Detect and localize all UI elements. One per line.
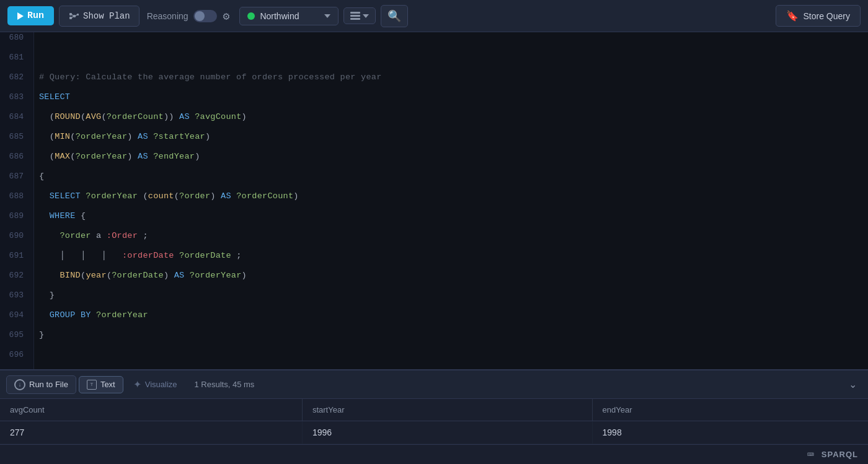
code-editor[interactable]: 680 681 682# Query: Calculate the averag… xyxy=(0,32,868,369)
table-cell: 1996 xyxy=(302,421,592,444)
layer-button[interactable] xyxy=(343,7,376,24)
show-plan-label: Show Plan xyxy=(83,11,130,21)
line-number: 691 xyxy=(0,250,34,270)
code-area: 680 681 682# Query: Calculate the averag… xyxy=(0,32,868,369)
line-number: 695 xyxy=(0,330,34,349)
table-cell: 277 xyxy=(0,421,302,444)
layer-chevron-icon xyxy=(363,14,369,18)
code-line: 695} xyxy=(0,330,868,349)
code-line: 684 (ROUND(AVG(?orderCount)) AS ?avgCoun… xyxy=(0,112,868,131)
line-code: │ │ │ :orderDate ?orderDate ; xyxy=(34,250,868,270)
line-code: WHERE { xyxy=(34,211,868,230)
line-number: 680 xyxy=(0,32,34,52)
line-number: 693 xyxy=(0,290,34,310)
reasoning-section: Reasoning ⚙ xyxy=(147,9,230,23)
code-line: 686 (MAX(?orderYear) AS ?endYear) xyxy=(0,151,868,171)
line-code: SELECT xyxy=(34,92,868,112)
run-button[interactable]: Run xyxy=(7,6,54,25)
line-code: # Query: Calculate the average number of… xyxy=(34,72,868,92)
visualize-label: Visualize xyxy=(145,380,177,389)
toggle-knob xyxy=(195,11,205,21)
database-name: Northwind xyxy=(260,11,319,21)
code-line: 690 ?order a :Order ; xyxy=(0,230,868,250)
run-to-file-label: Run to File xyxy=(29,380,68,389)
line-code: } xyxy=(34,290,868,310)
expand-button[interactable]: ⌄ xyxy=(844,376,862,393)
store-query-button[interactable]: 🔖 Store Query xyxy=(776,5,861,27)
line-code: (MIN(?orderYear) AS ?startYear) xyxy=(34,131,868,151)
code-line: 683SELECT xyxy=(0,92,868,112)
results-panel: ↓ Run to File T Text ✦ Visualize 1 Resul… xyxy=(0,369,868,444)
search-button[interactable]: 🔍 xyxy=(381,5,408,27)
text-label: Text xyxy=(100,380,115,389)
line-code xyxy=(34,349,868,369)
line-code: ?order a :Order ; xyxy=(34,230,868,250)
code-line: 682# Query: Calculate the average number… xyxy=(0,72,868,92)
download-icon: ↓ xyxy=(14,379,25,390)
visualize-button[interactable]: ✦ Visualize xyxy=(126,375,185,393)
code-line: 688 SELECT ?orderYear (count(?order) AS … xyxy=(0,191,868,211)
line-code: BIND(year(?orderDate) AS ?orderYear) xyxy=(34,270,868,290)
reasoning-toggle[interactable] xyxy=(193,10,217,22)
db-status-dot xyxy=(247,12,255,20)
svg-rect-5 xyxy=(77,14,79,15)
table-column-header: endYear xyxy=(592,399,868,421)
results-toolbar: ↓ Run to File T Text ✦ Visualize 1 Resul… xyxy=(0,370,868,399)
code-line: 689 WHERE { xyxy=(0,211,868,230)
svg-line-4 xyxy=(72,16,73,18)
code-line: 692 BIND(year(?orderDate) AS ?orderYear) xyxy=(0,270,868,290)
bookmark-icon: 🔖 xyxy=(786,10,799,22)
line-number: 696 xyxy=(0,349,34,369)
line-code xyxy=(34,32,868,52)
svg-rect-1 xyxy=(69,17,72,19)
svg-line-6 xyxy=(76,14,77,16)
text-icon: T xyxy=(87,380,97,390)
svg-rect-2 xyxy=(73,15,76,17)
line-code: { xyxy=(34,171,868,191)
layer-icon xyxy=(350,12,360,20)
reasoning-label: Reasoning xyxy=(147,11,188,21)
sparql-label: SPARQL xyxy=(822,450,858,459)
table-cell: 1998 xyxy=(592,421,868,444)
chevron-down-icon xyxy=(324,14,330,18)
code-line: 680 xyxy=(0,32,868,52)
table-column-header: avgCount xyxy=(0,399,302,421)
search-icon: 🔍 xyxy=(388,10,401,22)
line-number: 688 xyxy=(0,191,34,211)
code-line: 694 GROUP BY ?orderYear xyxy=(0,310,868,330)
code-line: 691 │ │ │ :orderDate ?orderDate ; xyxy=(0,250,868,270)
line-code: (MAX(?orderYear) AS ?endYear) xyxy=(34,151,868,171)
run-triangle-icon xyxy=(17,12,24,20)
line-code: (ROUND(AVG(?orderCount)) AS ?avgCount) xyxy=(34,112,868,131)
toolbar: Run Show Plan Reasoning ⚙ Northwind � xyxy=(0,0,868,32)
code-line: 687{ xyxy=(0,171,868,191)
text-tab-button[interactable]: T Text xyxy=(79,376,123,393)
run-to-file-button[interactable]: ↓ Run to File xyxy=(6,375,76,394)
line-number: 694 xyxy=(0,310,34,330)
results-count: 1 Results, 45 ms xyxy=(195,380,255,389)
line-code: SELECT ?orderYear (count(?order) AS ?ord… xyxy=(34,191,868,211)
results-table: avgCountstartYearendYear 27719961998 xyxy=(0,399,868,444)
line-number: 687 xyxy=(0,171,34,191)
show-plan-button[interactable]: Show Plan xyxy=(59,6,140,27)
table-header-row: avgCountstartYearendYear xyxy=(0,399,868,421)
line-number: 690 xyxy=(0,230,34,250)
database-selector[interactable]: Northwind xyxy=(239,7,339,25)
table-row: 27719961998 xyxy=(0,421,868,444)
gear-icon[interactable]: ⚙ xyxy=(223,9,230,23)
line-number: 692 xyxy=(0,270,34,290)
keyboard-icon: ⌨ xyxy=(807,448,814,462)
visualize-icon: ✦ xyxy=(133,379,141,390)
plan-icon xyxy=(68,11,79,22)
code-line: 681 xyxy=(0,52,868,72)
line-code xyxy=(34,52,868,72)
status-bar: ⌨ SPARQL xyxy=(0,444,868,464)
line-number: 681 xyxy=(0,52,34,72)
code-line: 693 } xyxy=(0,290,868,310)
line-number: 682 xyxy=(0,72,34,92)
code-line: 685 (MIN(?orderYear) AS ?startYear) xyxy=(0,131,868,151)
svg-rect-0 xyxy=(69,13,72,15)
line-code: GROUP BY ?orderYear xyxy=(34,310,868,330)
store-query-label: Store Query xyxy=(804,11,850,21)
table-body: 27719961998 xyxy=(0,421,868,444)
